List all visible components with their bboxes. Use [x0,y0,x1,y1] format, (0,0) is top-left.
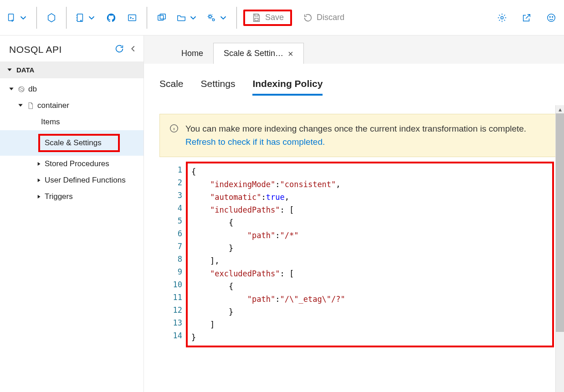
tree-container[interactable]: container [0,97,144,114]
tree-triggers[interactable]: Triggers [0,188,144,205]
code-editor[interactable]: 1234567891011121314 { "indexingMode": "c… [162,160,556,349]
refresh-icon[interactable] [114,44,124,55]
tab-home[interactable]: Home [171,43,213,64]
scroll-up-icon[interactable]: ▴ [556,105,564,113]
tree-items[interactable]: Items [0,114,144,130]
sub-tabs: Scale Settings Indexing Policy [144,64,561,96]
svg-marker-25 [38,195,41,199]
svg-marker-1 [48,13,55,21]
svg-rect-6 [128,15,136,20]
refresh-link[interactable]: Refresh to check if it has completed. [185,137,325,147]
notebook-button[interactable] [73,10,98,26]
svg-rect-8 [158,15,164,20]
save-button[interactable]: Save [243,10,292,26]
svg-point-15 [548,14,555,21]
svg-rect-12 [255,14,258,16]
sidebar-title: NOSQL API [9,44,62,55]
open-external-icon[interactable] [518,10,535,26]
tabs-bar: Home Scale & Settin… × [144,36,564,64]
section-data[interactable]: DATA [0,61,144,78]
collapse-icon[interactable] [128,44,138,55]
windows-button[interactable] [154,10,170,26]
discard-label: Discard [317,13,344,22]
svg-point-14 [501,16,503,19]
github-button[interactable] [103,10,119,26]
svg-point-10 [209,15,212,18]
svg-marker-24 [38,178,41,182]
svg-marker-22 [18,104,22,107]
svg-rect-2 [77,14,83,21]
terminal-button[interactable] [124,10,140,26]
svg-rect-13 [255,18,258,20]
svg-marker-18 [7,68,11,71]
subtab-settings[interactable]: Settings [201,78,236,96]
subtab-scale[interactable]: Scale [159,78,184,96]
folder-button[interactable] [174,10,200,26]
svg-marker-19 [9,88,13,91]
scroll-thumb[interactable] [556,113,564,332]
svg-point-17 [552,16,553,17]
info-icon [169,123,179,133]
tree-scale-settings[interactable]: Scale & Settings [0,130,144,156]
close-icon[interactable]: × [288,49,293,58]
main: Home Scale & Settin… × Scale Settings In… [144,36,564,392]
toolbar: Save Discard [0,0,564,36]
settings-gears-button[interactable] [205,10,230,26]
svg-rect-0 [9,14,14,20]
svg-marker-23 [38,162,41,166]
svg-point-16 [549,16,550,17]
save-label: Save [265,13,284,22]
code-content[interactable]: { "indexingMode": "consistent", "automat… [188,163,552,346]
synapse-icon[interactable] [43,10,60,26]
scrollbar-vertical[interactable]: ▴ [555,105,564,392]
subtab-indexing-policy[interactable]: Indexing Policy [252,78,323,96]
sidebar: NOSQL API DATA db contai [0,36,144,392]
line-gutter: 1234567891011121314 [164,162,186,347]
tree-db[interactable]: db [0,81,144,97]
tab-scale-settings[interactable]: Scale & Settin… × [213,43,304,64]
svg-point-11 [212,19,215,21]
feedback-icon[interactable] [543,10,559,26]
discard-button[interactable]: Discard [298,10,349,26]
tree-stored-procedures[interactable]: Stored Procedures [0,156,144,172]
gear-icon[interactable] [494,10,510,26]
notice-banner: You can make more indexing changes once … [159,114,556,157]
new-item-button[interactable] [5,10,30,26]
tree-udf[interactable]: User Defined Functions [0,172,144,188]
svg-rect-9 [160,14,165,19]
